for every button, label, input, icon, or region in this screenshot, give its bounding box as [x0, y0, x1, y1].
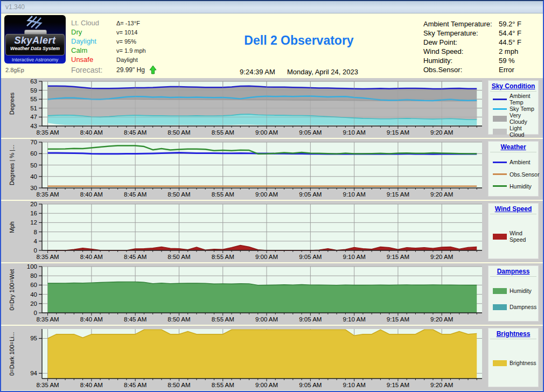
svg-text:9:05 AM: 9:05 AM [299, 129, 322, 136]
svg-text:63: 63 [30, 78, 37, 85]
window-titlebar: v1.340 [1, 1, 543, 13]
legend-title: Dampness [490, 266, 536, 277]
svg-text:8:35 AM: 8:35 AM [36, 129, 59, 136]
svg-text:20: 20 [30, 300, 37, 307]
svg-text:9:05 AM: 9:05 AM [299, 316, 322, 323]
svg-text:8:55 AM: 8:55 AM [212, 129, 234, 136]
brightness-legend: BrightnessBrightness [488, 328, 539, 387]
trend-up-arrow-icon [149, 66, 157, 74]
svg-text:9:10 AM: 9:10 AM [343, 129, 366, 136]
svg-text:59: 59 [30, 87, 37, 94]
legend-title: Wind Speed [490, 204, 536, 214]
svg-text:8:50 AM: 8:50 AM [168, 382, 190, 388]
cloud-status-value: Δ= -13°F [116, 20, 175, 26]
svg-text:9:15 AM: 9:15 AM [387, 129, 409, 136]
svg-text:Degrees: Degrees [9, 92, 15, 115]
svg-text:9:15 AM: 9:15 AM [387, 254, 409, 260]
svg-text:8:50 AM: 8:50 AM [168, 191, 190, 198]
svg-text:95: 95 [30, 335, 37, 341]
svg-text:8: 8 [34, 229, 37, 235]
build-version: 2.8gEp [4, 64, 71, 73]
legend-item-ambient: Ambient [493, 159, 538, 165]
svg-text:9:15 AM: 9:15 AM [387, 382, 409, 388]
legend-label: Humidity [510, 183, 532, 190]
svg-text:8:55 AM: 8:55 AM [212, 316, 234, 323]
legend-swatch-icon [493, 162, 507, 163]
legend-label: Sky Temp [510, 106, 534, 112]
rain-status-label: Dry [71, 28, 116, 36]
legend-label: Obs.Sensor [510, 171, 539, 178]
svg-text:8:35 AM: 8:35 AM [36, 316, 59, 323]
logo-tagline: Interactive Astronomy [4, 57, 66, 62]
svg-text:9:20 AM: 9:20 AM [430, 382, 453, 388]
status-column: Lt. Cloud Δ= -13°F Dry v= 1014 Daylight … [71, 15, 175, 78]
forecast-value: 29.99" Hg [116, 66, 145, 74]
legend-label: Humidity [510, 288, 532, 294]
svg-text:9:20 AM: 9:20 AM [430, 316, 453, 323]
svg-text:8:55 AM: 8:55 AM [212, 382, 234, 388]
legend-item-obs-sensor: Obs.Sensor [493, 171, 538, 178]
logo-subtitle: Weather Data System [6, 46, 64, 52]
skyalert-logo: SkyAlert Weather Data System Interactive… [4, 15, 66, 64]
legend-item-dampness: Dampness [493, 304, 538, 310]
svg-text:8:40 AM: 8:40 AM [80, 382, 103, 388]
legend-label: Brightness [510, 360, 536, 366]
svg-text:9:05 AM: 9:05 AM [299, 254, 322, 260]
brightness-chart: 95948:35 AM8:40 AM8:45 AM8:50 AM8:55 AM9… [1, 326, 543, 390]
legend-title: Sky Condition [490, 81, 536, 92]
logo-column: SkyAlert Weather Data System Interactive… [4, 15, 71, 78]
legend-item-brightness: Brightness [493, 360, 538, 366]
status-row-light: Daylight v= 95% [71, 37, 175, 46]
svg-text:94: 94 [30, 370, 37, 376]
svg-text:9:20 AM: 9:20 AM [430, 191, 453, 198]
svg-text:8:40 AM: 8:40 AM [80, 316, 103, 323]
svg-text:70: 70 [30, 139, 37, 145]
observatory-title: Dell 2 Observatory [175, 33, 423, 48]
reading-ambient-temperature: Ambient Temperature: 59.2° F [423, 20, 539, 29]
legend-item-ambient-temp: Ambient Temp [493, 93, 538, 106]
wind-status-value: v= 1.9 mph [116, 47, 175, 54]
reading-sky-temperature: Sky Temperature: 54.4° F [423, 29, 539, 38]
svg-text:60: 60 [30, 150, 37, 157]
svg-text:0=Dry 100=Wet: 0=Dry 100=Wet [9, 269, 15, 311]
legend-item-humidity: Humidity [493, 183, 538, 190]
svg-text:9:00 AM: 9:00 AM [255, 129, 278, 136]
svg-text:Mph: Mph [9, 221, 15, 233]
svg-text:8:55 AM: 8:55 AM [212, 191, 234, 198]
wind-speed-legend: Wind SpeedWind Speed [488, 203, 539, 259]
svg-text:8:55 AM: 8:55 AM [212, 254, 234, 260]
reading-dew-point: Dew Point: 44.5° F [423, 38, 539, 47]
legend-swatch-icon [493, 173, 507, 175]
logo-badge: SkyAlert Weather Data System [5, 34, 65, 55]
svg-text:8:45 AM: 8:45 AM [124, 254, 147, 260]
svg-text:8:45 AM: 8:45 AM [124, 129, 147, 136]
status-row-wind: Calm v= 1.9 mph [71, 46, 175, 55]
svg-text:47: 47 [30, 114, 37, 120]
legend-item-light-cloud: Light Cloud [493, 125, 538, 138]
legend-label: Ambient [510, 159, 531, 165]
svg-text:9:10 AM: 9:10 AM [343, 316, 366, 323]
svg-text:8:45 AM: 8:45 AM [124, 316, 147, 323]
svg-text:8:45 AM: 8:45 AM [124, 191, 147, 198]
svg-text:4: 4 [34, 238, 38, 244]
wind-status-label: Calm [71, 46, 116, 54]
svg-text:8:35 AM: 8:35 AM [36, 254, 59, 260]
rain-status-value: v= 1014 [116, 29, 175, 36]
cloud-status-label: Lt. Cloud [71, 19, 116, 27]
legend-label: Very Cloudy [510, 112, 538, 125]
svg-text:20: 20 [30, 201, 37, 207]
svg-text:9:20 AM: 9:20 AM [430, 254, 453, 260]
svg-text:8:45 AM: 8:45 AM [124, 382, 147, 388]
svg-text:9:10 AM: 9:10 AM [343, 382, 366, 388]
svg-text:100: 100 [27, 263, 37, 270]
legend-label: Ambient Temp [510, 93, 538, 106]
svg-text:9:00 AM: 9:00 AM [255, 254, 278, 260]
legend-item-humidity: Humidity [493, 288, 538, 294]
light-status-value: v= 95% [116, 38, 175, 45]
legend-swatch-icon [493, 304, 507, 310]
status-row-rain: Dry v= 1014 [71, 28, 175, 37]
logo-brand: SkyAlert [6, 36, 64, 46]
svg-text:80: 80 [30, 272, 37, 279]
svg-text:9:05 AM: 9:05 AM [299, 191, 322, 198]
svg-text:55: 55 [30, 96, 37, 102]
